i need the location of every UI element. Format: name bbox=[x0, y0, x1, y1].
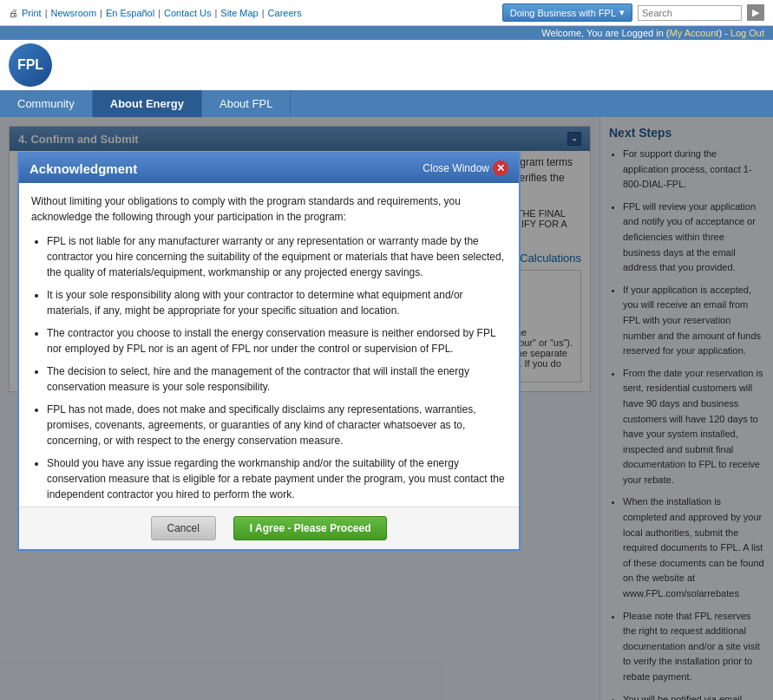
nav-bar: Community About Energy About FPL bbox=[0, 90, 773, 117]
log-out-link[interactable]: Log Out bbox=[730, 28, 764, 38]
modal-bullet-6: Should you have any issue regarding the … bbox=[47, 455, 507, 502]
close-window-button[interactable]: Close Window ✕ bbox=[423, 160, 508, 176]
modal-bullet-list: FPL is not liable for any manufacturer w… bbox=[31, 233, 507, 502]
nav-about-energy[interactable]: About Energy bbox=[93, 90, 202, 117]
main-wrapper: 4. Confirm and Submit - Please confirm t… bbox=[0, 117, 773, 700]
welcome-text: Welcome, You are Logged in ( bbox=[541, 28, 669, 38]
modal-footer: Cancel I Agree - Please Proceed bbox=[19, 507, 519, 549]
top-bar: 🖨 Print | Newsroom | En Español | Contac… bbox=[0, 0, 773, 26]
nav-community[interactable]: Community bbox=[0, 90, 93, 117]
modal-bullet-3: The contractor you choose to install the… bbox=[47, 325, 507, 357]
modal-intro: Without limiting your obligations to com… bbox=[31, 193, 507, 225]
top-right: Doing Business with FPL ▾ ▶ bbox=[502, 3, 764, 22]
espanol-link[interactable]: En Español bbox=[106, 8, 154, 18]
print-link[interactable]: Print bbox=[22, 8, 42, 18]
nav-about-fpl[interactable]: About FPL bbox=[202, 90, 291, 117]
acknowledgment-modal: Acknowledgment Close Window ✕ Without li… bbox=[17, 152, 521, 551]
contact-link[interactable]: Contact Us bbox=[164, 8, 211, 18]
doing-business-label: Doing Business with FPL bbox=[510, 8, 616, 18]
sitemap-link[interactable]: Site Map bbox=[220, 8, 258, 18]
close-x-icon: ✕ bbox=[493, 160, 508, 176]
modal-bullet-5: FPL has not made, does not make and spec… bbox=[47, 402, 507, 448]
search-input[interactable] bbox=[638, 5, 742, 21]
close-window-label: Close Window bbox=[423, 162, 489, 174]
printer-icon: 🖨 bbox=[9, 8, 18, 18]
modal-overlay: Acknowledgment Close Window ✕ Without li… bbox=[0, 117, 773, 700]
agree-button[interactable]: I Agree - Please Proceed bbox=[233, 516, 388, 540]
modal-body: Without limiting your obligations to com… bbox=[19, 183, 519, 507]
top-links: 🖨 Print | Newsroom | En Español | Contac… bbox=[9, 8, 302, 18]
fpl-logo: FPL bbox=[9, 43, 52, 87]
careers-link[interactable]: Careers bbox=[268, 8, 302, 18]
modal-bullet-2: It is your sole responsibility along wit… bbox=[47, 287, 507, 318]
newsroom-link[interactable]: Newsroom bbox=[50, 8, 96, 18]
logo-area: FPL bbox=[0, 40, 773, 90]
modal-bullet-4: The decision to select, hire and the man… bbox=[47, 363, 507, 395]
dropdown-icon: ▾ bbox=[619, 7, 625, 18]
modal-header: Acknowledgment Close Window ✕ bbox=[19, 154, 519, 183]
doing-business-button[interactable]: Doing Business with FPL ▾ bbox=[502, 3, 632, 22]
separator: ) - bbox=[718, 28, 727, 38]
search-button[interactable]: ▶ bbox=[747, 4, 764, 21]
modal-bullet-1: FPL is not liable for any manufacturer w… bbox=[47, 233, 507, 280]
modal-title: Acknowledgment bbox=[29, 161, 137, 176]
welcome-bar: Welcome, You are Logged in (My Account) … bbox=[0, 26, 773, 40]
my-account-link[interactable]: My Account bbox=[670, 28, 719, 38]
cancel-button[interactable]: Cancel bbox=[151, 516, 216, 540]
